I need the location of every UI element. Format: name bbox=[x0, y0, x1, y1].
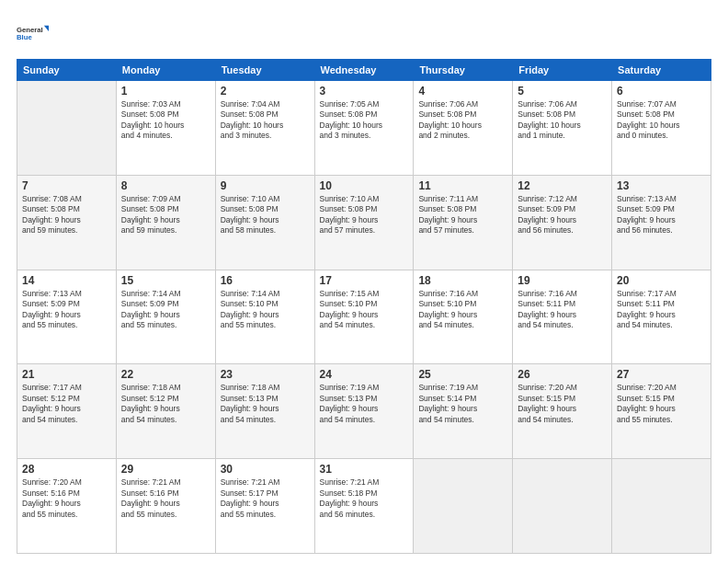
calendar-week-4: 28Sunrise: 7:20 AM Sunset: 5:16 PM Dayli… bbox=[17, 459, 711, 554]
day-info: Sunrise: 7:11 AM Sunset: 5:08 PM Dayligh… bbox=[418, 194, 507, 236]
day-number: 28 bbox=[22, 463, 111, 476]
calendar-week-3: 21Sunrise: 7:17 AM Sunset: 5:12 PM Dayli… bbox=[17, 364, 711, 459]
svg-text:General: General bbox=[17, 26, 43, 34]
calendar-cell: 8Sunrise: 7:09 AM Sunset: 5:08 PM Daylig… bbox=[116, 175, 215, 270]
day-info: Sunrise: 7:18 AM Sunset: 5:13 PM Dayligh… bbox=[221, 383, 310, 425]
day-number: 21 bbox=[22, 368, 111, 381]
day-number: 3 bbox=[320, 85, 409, 98]
calendar-cell: 3Sunrise: 7:05 AM Sunset: 5:08 PM Daylig… bbox=[314, 81, 414, 176]
calendar-cell: 2Sunrise: 7:04 AM Sunset: 5:08 PM Daylig… bbox=[215, 81, 314, 176]
day-number: 7 bbox=[22, 179, 111, 192]
day-number: 22 bbox=[121, 368, 210, 381]
calendar-cell: 24Sunrise: 7:19 AM Sunset: 5:13 PM Dayli… bbox=[314, 364, 414, 459]
calendar-cell: 23Sunrise: 7:18 AM Sunset: 5:13 PM Dayli… bbox=[215, 364, 314, 459]
weekday-header-sunday: Sunday bbox=[17, 60, 117, 81]
day-info: Sunrise: 7:14 AM Sunset: 5:10 PM Dayligh… bbox=[221, 289, 310, 331]
day-number: 16 bbox=[221, 274, 310, 287]
day-number: 24 bbox=[320, 368, 409, 381]
calendar-cell: 5Sunrise: 7:06 AM Sunset: 5:08 PM Daylig… bbox=[513, 81, 612, 176]
calendar-week-1: 7Sunrise: 7:08 AM Sunset: 5:08 PM Daylig… bbox=[17, 175, 711, 270]
calendar-cell: 14Sunrise: 7:13 AM Sunset: 5:09 PM Dayli… bbox=[17, 270, 117, 364]
calendar-cell: 31Sunrise: 7:21 AM Sunset: 5:18 PM Dayli… bbox=[314, 459, 414, 554]
calendar-cell: 22Sunrise: 7:18 AM Sunset: 5:12 PM Dayli… bbox=[116, 364, 215, 459]
day-number: 25 bbox=[418, 368, 507, 381]
day-info: Sunrise: 7:14 AM Sunset: 5:09 PM Dayligh… bbox=[121, 289, 210, 331]
day-number: 18 bbox=[418, 274, 507, 287]
calendar-cell: 6Sunrise: 7:07 AM Sunset: 5:08 PM Daylig… bbox=[612, 81, 711, 176]
calendar-cell: 15Sunrise: 7:14 AM Sunset: 5:09 PM Dayli… bbox=[116, 270, 215, 364]
day-info: Sunrise: 7:17 AM Sunset: 5:11 PM Dayligh… bbox=[617, 289, 706, 331]
day-number: 20 bbox=[617, 274, 706, 287]
calendar-cell: 26Sunrise: 7:20 AM Sunset: 5:15 PM Dayli… bbox=[513, 364, 612, 459]
day-info: Sunrise: 7:16 AM Sunset: 5:10 PM Dayligh… bbox=[418, 289, 507, 331]
logo: General Blue bbox=[17, 17, 50, 50]
calendar-cell: 10Sunrise: 7:10 AM Sunset: 5:08 PM Dayli… bbox=[314, 175, 414, 270]
calendar-cell: 25Sunrise: 7:19 AM Sunset: 5:14 PM Dayli… bbox=[414, 364, 513, 459]
calendar-cell bbox=[513, 459, 612, 554]
calendar-cell: 21Sunrise: 7:17 AM Sunset: 5:12 PM Dayli… bbox=[17, 364, 117, 459]
day-info: Sunrise: 7:19 AM Sunset: 5:14 PM Dayligh… bbox=[418, 383, 507, 425]
day-number: 1 bbox=[121, 85, 210, 98]
calendar-cell: 9Sunrise: 7:10 AM Sunset: 5:08 PM Daylig… bbox=[215, 175, 314, 270]
day-info: Sunrise: 7:17 AM Sunset: 5:12 PM Dayligh… bbox=[22, 383, 111, 425]
day-number: 14 bbox=[22, 274, 111, 287]
day-number: 31 bbox=[320, 463, 409, 476]
day-info: Sunrise: 7:21 AM Sunset: 5:18 PM Dayligh… bbox=[320, 477, 409, 520]
calendar-table: SundayMondayTuesdayWednesdayThursdayFrid… bbox=[17, 59, 711, 554]
day-info: Sunrise: 7:13 AM Sunset: 5:09 PM Dayligh… bbox=[22, 289, 111, 331]
day-number: 12 bbox=[518, 179, 607, 192]
day-number: 6 bbox=[617, 85, 706, 98]
day-number: 26 bbox=[518, 368, 607, 381]
calendar-cell: 19Sunrise: 7:16 AM Sunset: 5:11 PM Dayli… bbox=[513, 270, 612, 364]
calendar-cell: 30Sunrise: 7:21 AM Sunset: 5:17 PM Dayli… bbox=[215, 459, 314, 554]
calendar-cell bbox=[612, 459, 711, 554]
calendar-week-2: 14Sunrise: 7:13 AM Sunset: 5:09 PM Dayli… bbox=[17, 270, 711, 364]
calendar-cell: 29Sunrise: 7:21 AM Sunset: 5:16 PM Dayli… bbox=[116, 459, 215, 554]
day-info: Sunrise: 7:04 AM Sunset: 5:08 PM Dayligh… bbox=[221, 99, 310, 142]
day-info: Sunrise: 7:06 AM Sunset: 5:08 PM Dayligh… bbox=[518, 99, 607, 142]
day-number: 30 bbox=[221, 463, 310, 476]
page: General Blue SundayMondayTuesdayWednesda… bbox=[0, 0, 728, 563]
day-info: Sunrise: 7:19 AM Sunset: 5:13 PM Dayligh… bbox=[320, 383, 409, 425]
header: General Blue bbox=[17, 17, 711, 50]
day-number: 11 bbox=[418, 179, 507, 192]
weekday-header-row: SundayMondayTuesdayWednesdayThursdayFrid… bbox=[17, 60, 711, 81]
svg-marker-2 bbox=[44, 26, 49, 31]
day-number: 4 bbox=[418, 85, 507, 98]
calendar-cell: 12Sunrise: 7:12 AM Sunset: 5:09 PM Dayli… bbox=[513, 175, 612, 270]
day-info: Sunrise: 7:20 AM Sunset: 5:15 PM Dayligh… bbox=[617, 383, 706, 425]
calendar-cell: 17Sunrise: 7:15 AM Sunset: 5:10 PM Dayli… bbox=[314, 270, 414, 364]
calendar-cell bbox=[414, 459, 513, 554]
calendar-cell: 13Sunrise: 7:13 AM Sunset: 5:09 PM Dayli… bbox=[612, 175, 711, 270]
day-info: Sunrise: 7:05 AM Sunset: 5:08 PM Dayligh… bbox=[320, 99, 409, 142]
day-number: 17 bbox=[320, 274, 409, 287]
day-number: 27 bbox=[617, 368, 706, 381]
day-info: Sunrise: 7:18 AM Sunset: 5:12 PM Dayligh… bbox=[121, 383, 210, 425]
day-info: Sunrise: 7:21 AM Sunset: 5:16 PM Dayligh… bbox=[121, 477, 210, 520]
weekday-header-friday: Friday bbox=[513, 60, 612, 81]
day-number: 29 bbox=[121, 463, 210, 476]
calendar-cell: 27Sunrise: 7:20 AM Sunset: 5:15 PM Dayli… bbox=[612, 364, 711, 459]
svg-text:Blue: Blue bbox=[17, 33, 32, 41]
day-info: Sunrise: 7:10 AM Sunset: 5:08 PM Dayligh… bbox=[320, 194, 409, 236]
day-info: Sunrise: 7:20 AM Sunset: 5:16 PM Dayligh… bbox=[22, 477, 111, 520]
day-number: 5 bbox=[518, 85, 607, 98]
weekday-header-tuesday: Tuesday bbox=[215, 60, 314, 81]
day-info: Sunrise: 7:13 AM Sunset: 5:09 PM Dayligh… bbox=[617, 194, 706, 236]
day-number: 13 bbox=[617, 179, 706, 192]
weekday-header-monday: Monday bbox=[116, 60, 215, 81]
calendar-cell: 18Sunrise: 7:16 AM Sunset: 5:10 PM Dayli… bbox=[414, 270, 513, 364]
day-info: Sunrise: 7:21 AM Sunset: 5:17 PM Dayligh… bbox=[221, 477, 310, 520]
calendar-cell: 4Sunrise: 7:06 AM Sunset: 5:08 PM Daylig… bbox=[414, 81, 513, 176]
day-info: Sunrise: 7:09 AM Sunset: 5:08 PM Dayligh… bbox=[121, 194, 210, 236]
day-number: 8 bbox=[121, 179, 210, 192]
day-number: 2 bbox=[221, 85, 310, 98]
day-info: Sunrise: 7:06 AM Sunset: 5:08 PM Dayligh… bbox=[418, 99, 507, 142]
day-number: 23 bbox=[221, 368, 310, 381]
day-info: Sunrise: 7:07 AM Sunset: 5:08 PM Dayligh… bbox=[617, 99, 706, 142]
day-info: Sunrise: 7:16 AM Sunset: 5:11 PM Dayligh… bbox=[518, 289, 607, 331]
day-info: Sunrise: 7:15 AM Sunset: 5:10 PM Dayligh… bbox=[320, 289, 409, 331]
weekday-header-wednesday: Wednesday bbox=[314, 60, 414, 81]
calendar-cell: 16Sunrise: 7:14 AM Sunset: 5:10 PM Dayli… bbox=[215, 270, 314, 364]
day-info: Sunrise: 7:10 AM Sunset: 5:08 PM Dayligh… bbox=[221, 194, 310, 236]
